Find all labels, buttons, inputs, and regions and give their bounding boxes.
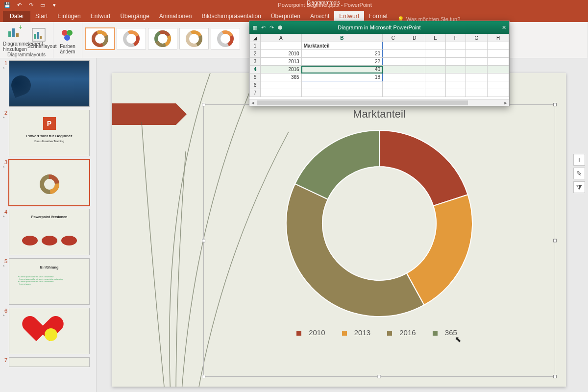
col-header[interactable]: B	[301, 34, 382, 42]
resize-handle[interactable]	[202, 375, 205, 378]
legend-item: 2016	[399, 328, 416, 337]
quick-access-toolbar: 💾 ↶ ↷ ▭ ▾	[0, 2, 62, 8]
tab-datei[interactable]: Datei	[3, 11, 30, 22]
qat-more-icon[interactable]: ▾	[51, 2, 58, 8]
chart-styles-button[interactable]: ✎	[573, 168, 585, 179]
thumb-4[interactable]: 4* Powerpoint Versionen	[3, 209, 93, 255]
col-header[interactable]: D	[404, 34, 425, 42]
add-chart-element-button[interactable]: + Diagrammelement hinzufügen	[3, 24, 25, 52]
cell[interactable]: 2013	[261, 58, 302, 66]
chart-object[interactable]: Marktanteil 2010 2013 2016 365	[203, 104, 555, 377]
change-colors-button[interactable]: Farben ändern	[56, 26, 79, 54]
datasheet-titlebar[interactable]: ▦ ↶ ↷ ⬢ Diagramm in Microsoft PowerPoint…	[249, 21, 509, 34]
ds-menu-icon[interactable]: ▦	[252, 24, 257, 31]
close-icon[interactable]: ✕	[502, 24, 506, 31]
group-colors: Farben ändern	[53, 22, 82, 58]
legend-item: 365	[445, 328, 457, 337]
cell[interactable]: 365	[261, 74, 302, 81]
arrow-shape[interactable]	[112, 103, 176, 125]
chart-title[interactable]: Marktanteil	[204, 105, 555, 121]
ds-undo-icon[interactable]: ↶	[261, 24, 266, 31]
workspace: 1* 2* PPowerPoint für BeginnerDas ultima…	[0, 58, 588, 392]
tab-entwurf[interactable]: Entwurf	[86, 11, 116, 22]
chart-style-4[interactable]	[179, 28, 209, 49]
contextual-tab-label: Diagrammtools	[294, 0, 353, 5]
select-all-cell[interactable]: ◢	[250, 34, 261, 42]
scroll-right-icon[interactable]: ►	[502, 99, 509, 106]
scroll-thumb[interactable]	[257, 100, 468, 105]
chart-style-1[interactable]	[85, 28, 115, 49]
cell[interactable]: 20	[301, 50, 382, 58]
tab-einfugen[interactable]: Einfügen	[52, 11, 85, 22]
chart-style-2[interactable]	[117, 28, 146, 49]
resize-handle[interactable]	[553, 375, 557, 378]
slide-canvas[interactable]: Marktanteil 2010 2013 2016 365 + ✎ ⧩ ⬉	[97, 58, 588, 392]
svg-rect-1	[12, 28, 15, 37]
datasheet-hscroll[interactable]: ◄ ►	[249, 99, 509, 106]
chart-legend[interactable]: 2010 2013 2016 365	[204, 328, 555, 337]
chart-style-5[interactable]	[211, 28, 240, 49]
chart-filters-button[interactable]: ⧩	[573, 181, 585, 193]
scroll-left-icon[interactable]: ◄	[249, 99, 256, 106]
svg-rect-7	[40, 36, 42, 39]
cell[interactable]: Marktanteil	[301, 42, 382, 50]
quick-layout-label: Schnelllayout	[27, 44, 50, 49]
data-grid[interactable]: ◢ A B C D E F G H 1Marktanteil 2201020 3…	[249, 34, 509, 97]
datasheet-qat: ▦ ↶ ↷ ⬢	[252, 24, 283, 31]
add-chart-element-label: Diagrammelement hinzufügen	[3, 41, 25, 52]
active-cell[interactable]: 40	[301, 66, 382, 74]
resize-handle[interactable]	[553, 103, 557, 106]
cell[interactable]: 22	[301, 58, 382, 66]
legend-item: 2013	[354, 328, 370, 337]
chart-quick-buttons: + ✎ ⧩	[573, 154, 585, 193]
legend-item: 2010	[309, 328, 325, 337]
thumb-1[interactable]: 1*	[3, 60, 93, 107]
brush-icon: ✎	[576, 170, 582, 177]
tab-ubergange[interactable]: Übergänge	[115, 11, 154, 22]
cell[interactable]: 2016	[261, 66, 302, 74]
cell[interactable]: 2010	[261, 50, 302, 58]
save-icon[interactable]: 💾	[4, 2, 11, 8]
thumb-3[interactable]: 3*	[3, 159, 93, 206]
resize-handle[interactable]	[378, 375, 381, 378]
col-header[interactable]: F	[446, 34, 466, 42]
svg-rect-6	[37, 32, 39, 39]
chart-style-3[interactable]	[148, 28, 177, 49]
ds-chart-icon[interactable]: ⬢	[278, 24, 283, 31]
thumb-2[interactable]: 2* PPowerPoint für BeginnerDas ultimativ…	[3, 110, 93, 156]
change-colors-label: Farben ändern	[56, 44, 79, 54]
col-header[interactable]: G	[466, 34, 488, 42]
redo-icon[interactable]: ↷	[27, 2, 34, 8]
col-header[interactable]: A	[261, 34, 302, 42]
thumb-6[interactable]: 6*	[3, 308, 93, 354]
cell[interactable]: 18	[301, 74, 382, 81]
svg-rect-0	[8, 31, 11, 37]
thumb-5[interactable]: 5* Einführung • Lorem ipsum dolor sit am…	[3, 258, 93, 305]
tab-animationen[interactable]: Animationen	[154, 11, 197, 22]
slide-thumbnails[interactable]: 1* 2* PPowerPoint für BeginnerDas ultima…	[0, 58, 97, 392]
group-layouts: + Diagrammelement hinzufügen Schnelllayo…	[0, 22, 53, 58]
datasheet-title: Diagramm in Microsoft PowerPoint	[338, 24, 420, 30]
quick-layout-button[interactable]: Schnelllayout	[27, 26, 50, 49]
undo-icon[interactable]: ↶	[16, 2, 23, 8]
svg-rect-5	[34, 34, 36, 39]
svg-text:+: +	[19, 24, 22, 31]
resize-handle[interactable]	[202, 103, 205, 106]
chart-data-window[interactable]: ▦ ↶ ↷ ⬢ Diagramm in Microsoft PowerPoint…	[249, 21, 510, 106]
svg-rect-2	[16, 33, 19, 37]
resize-handle[interactable]	[202, 239, 205, 243]
chart-elements-button[interactable]: +	[573, 154, 585, 166]
tab-start[interactable]: Start	[30, 11, 52, 22]
svg-point-10	[64, 35, 70, 41]
col-header[interactable]: E	[425, 34, 446, 42]
group-layouts-label: Diagrammlayouts	[3, 52, 50, 58]
ds-redo-icon[interactable]: ↷	[270, 24, 274, 31]
donut-chart[interactable]	[281, 125, 477, 321]
plus-icon: +	[577, 156, 581, 164]
thumb-7[interactable]: 7	[3, 357, 93, 367]
funnel-icon: ⧩	[576, 183, 582, 192]
slideshow-icon[interactable]: ▭	[39, 2, 46, 8]
col-header[interactable]: H	[488, 34, 509, 42]
resize-handle[interactable]	[553, 239, 557, 243]
col-header[interactable]: C	[383, 34, 404, 42]
